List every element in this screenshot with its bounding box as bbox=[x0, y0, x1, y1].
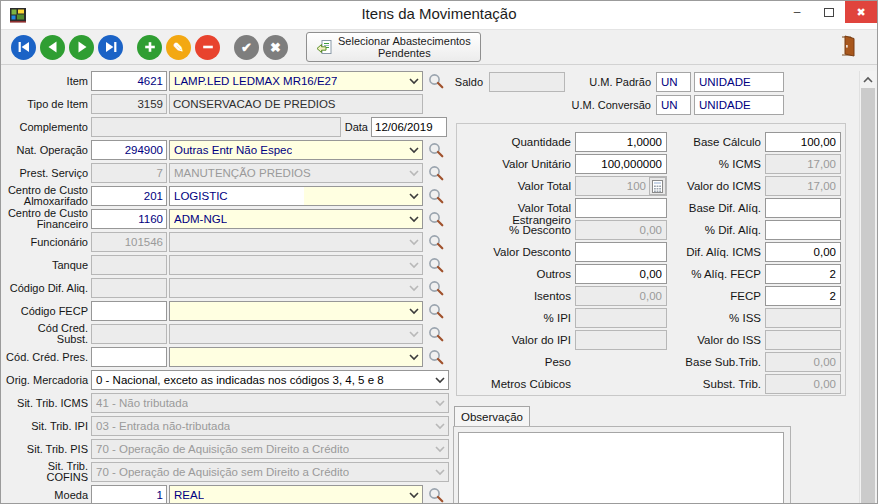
cod-cred-pres-combo[interactable] bbox=[169, 347, 423, 367]
chevron-down-icon bbox=[435, 423, 445, 430]
base-calculo-input[interactable] bbox=[765, 132, 841, 152]
item-code-input[interactable] bbox=[91, 71, 167, 91]
cod-cred-subst-search-icon[interactable] bbox=[427, 325, 445, 343]
pct-iss-label: % ISS bbox=[647, 312, 761, 324]
scroll-up-button[interactable] bbox=[860, 71, 876, 88]
sit-trib-pis-label: Sit. Trib. PIS bbox=[5, 444, 91, 455]
codigo-fecp-combo[interactable] bbox=[169, 301, 423, 321]
titlebar: Itens da Movimentação – ✖ bbox=[1, 1, 877, 29]
sit-trib-icms-combo: 41 - Não tributada bbox=[91, 393, 449, 413]
um-conversao-desc: UNIDADE bbox=[694, 95, 784, 115]
prest-servico-combo: MANUTENÇÃO PREDIOS bbox=[169, 163, 423, 183]
exit-button[interactable] bbox=[839, 35, 857, 60]
itens-movimentacao-window: Itens da Movimentação – ✖ ✎ bbox=[0, 0, 878, 504]
window-title: Itens da Movimentação bbox=[121, 5, 757, 22]
prest-servico-row: Prest. Serviço MANUTENÇÃO PREDIOS bbox=[5, 163, 445, 183]
edit-button[interactable]: ✎ bbox=[166, 35, 191, 60]
tanque-search-icon[interactable] bbox=[427, 256, 445, 274]
cc-almoxarifado-code-input[interactable] bbox=[91, 186, 167, 206]
maximize-button[interactable] bbox=[813, 1, 845, 23]
chevron-down-icon bbox=[409, 354, 419, 361]
orig-mercadoria-row: Orig. Mercadoria 0 - Nacional, exceto as… bbox=[5, 370, 449, 390]
nat-operacao-label: Nat. Operação bbox=[5, 145, 91, 156]
cc-almoxarifado-combo[interactable]: LOGISTIC bbox=[169, 186, 423, 206]
valor-ipi-label: Valor do IPI bbox=[457, 334, 571, 346]
cc-financeiro-combo[interactable]: ADM-NGL bbox=[169, 209, 423, 229]
minus-icon bbox=[201, 40, 215, 54]
confirm-button[interactable]: ✔ bbox=[234, 35, 259, 60]
moeda-code-input[interactable] bbox=[91, 485, 167, 504]
fecp-input[interactable] bbox=[765, 286, 841, 306]
data-input[interactable] bbox=[371, 117, 447, 137]
vertical-scrollbar[interactable] bbox=[859, 71, 876, 503]
dif-aliq-icms-input[interactable] bbox=[765, 242, 841, 262]
cc-financeiro-code-input[interactable] bbox=[91, 209, 167, 229]
sit-trib-ipi-row: Sit. Trib. IPI 03 - Entrada não-tributad… bbox=[5, 416, 449, 436]
cod-cred-subst-combo bbox=[169, 324, 423, 344]
fecp-label: FECP bbox=[647, 290, 761, 302]
tipo-item-row: Tipo de Item bbox=[5, 94, 423, 114]
item-combo[interactable]: LAMP.LED LEDMAX MR16/E27 bbox=[169, 71, 423, 91]
moeda-search-icon[interactable] bbox=[427, 486, 445, 504]
orig-mercadoria-combo[interactable]: 0 - Nacional, exceto as indicadas nos có… bbox=[91, 370, 449, 390]
codigo-dif-aliq-search-icon[interactable] bbox=[427, 279, 445, 297]
metros-cubicos-label: Metros Cúbicos bbox=[457, 378, 571, 390]
minimize-button[interactable]: – bbox=[781, 1, 813, 23]
next-record-button[interactable] bbox=[69, 35, 94, 60]
valor-iss-label: Valor do ISS bbox=[647, 334, 761, 346]
tipo-item-desc bbox=[169, 94, 423, 114]
prest-servico-label: Prest. Serviço bbox=[5, 168, 91, 179]
tanque-combo bbox=[169, 255, 423, 275]
cod-cred-pres-search-icon[interactable] bbox=[427, 348, 445, 366]
sit-trib-icms-row: Sit. Trib. ICMS 41 - Não tributada bbox=[5, 393, 449, 413]
app-logo-icon bbox=[9, 6, 27, 24]
selecionar-abastecimentos-button[interactable]: Selecionar Abastecimentos Pendentes bbox=[306, 32, 481, 62]
tab-observacao[interactable]: Observação bbox=[454, 406, 530, 427]
window-controls: – ✖ bbox=[781, 1, 877, 23]
cc-almoxarifado-search-icon[interactable] bbox=[427, 187, 445, 205]
add-button[interactable] bbox=[137, 35, 162, 60]
prest-servico-search-icon[interactable] bbox=[427, 164, 445, 182]
observacao-textarea[interactable] bbox=[458, 432, 784, 504]
selecionar-label-line2: Pendentes bbox=[378, 47, 431, 59]
funcionario-search-icon[interactable] bbox=[427, 233, 445, 251]
chevron-down-icon bbox=[435, 377, 445, 384]
outros-label: Outros bbox=[457, 268, 571, 280]
nat-operacao-code-input[interactable] bbox=[91, 140, 167, 160]
um-padrao-unit: UN bbox=[656, 72, 691, 92]
codigo-fecp-search-icon[interactable] bbox=[427, 302, 445, 320]
nat-operacao-combo[interactable]: Outras Entr Não Espec bbox=[169, 140, 423, 160]
cancel-button[interactable]: ✖ bbox=[263, 35, 288, 60]
close-button[interactable]: ✖ bbox=[845, 1, 877, 23]
funcionario-row: Funcionário bbox=[5, 232, 445, 252]
funcionario-combo bbox=[169, 232, 423, 252]
complemento-input bbox=[91, 117, 341, 137]
tanque-row: Tanque bbox=[5, 255, 445, 275]
delete-button[interactable] bbox=[195, 35, 220, 60]
chevron-down-icon bbox=[409, 262, 419, 269]
cod-cred-pres-label: Cód. Créd. Pres. bbox=[5, 352, 91, 363]
check-icon: ✔ bbox=[241, 41, 252, 54]
sit-trib-cofins-row: Sit. Trib. COFINS 70 - Operação de Aquis… bbox=[5, 462, 449, 482]
pct-aliq-fecp-input[interactable] bbox=[765, 264, 841, 284]
base-dif-aliq-input[interactable] bbox=[765, 198, 841, 218]
item-label: Item bbox=[5, 76, 91, 87]
first-record-button[interactable] bbox=[11, 35, 36, 60]
last-record-button[interactable] bbox=[98, 35, 123, 60]
pct-dif-aliq-input[interactable] bbox=[765, 220, 841, 240]
previous-record-button[interactable] bbox=[40, 35, 65, 60]
codigo-fecp-code-input[interactable] bbox=[91, 301, 167, 321]
pct-iss-field bbox=[765, 308, 841, 328]
base-sub-trib-label: Base Sub.Trib. bbox=[647, 356, 761, 368]
valor-unitario-label: Valor Unitário bbox=[457, 158, 571, 170]
orig-mercadoria-label: Orig. Mercadoria bbox=[5, 375, 91, 386]
saldo-label: Saldo bbox=[431, 72, 483, 92]
item-row: Item LAMP.LED LEDMAX MR16/E27 bbox=[5, 71, 445, 91]
cod-cred-pres-code-input[interactable] bbox=[91, 347, 167, 367]
cc-financeiro-search-icon[interactable] bbox=[427, 210, 445, 228]
scrollbar-thumb[interactable] bbox=[861, 88, 875, 503]
moeda-combo[interactable]: REAL bbox=[169, 485, 423, 504]
nat-operacao-search-icon[interactable] bbox=[427, 141, 445, 159]
pct-desconto-label: % Desconto bbox=[457, 224, 571, 236]
peso-label: Peso bbox=[457, 356, 571, 368]
